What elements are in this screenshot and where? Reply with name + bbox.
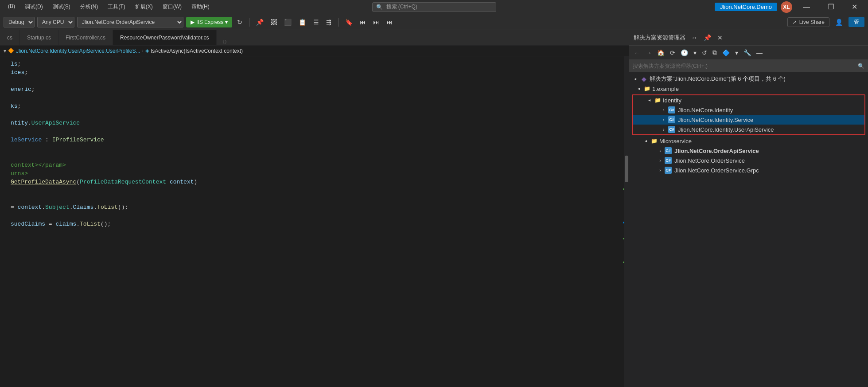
manage-button[interactable]: 管 [849,17,864,27]
vertical-scrollbar[interactable] [624,56,629,387]
tab-cs[interactable]: cs [0,30,20,45]
solution-tree: ▾ ◆ 解决方案"Jlion.NetCore.Demo"(第 6 个项目，共 6… [629,72,868,387]
menu-extensions[interactable]: 扩展(X) [131,1,157,12]
code-line-18: = context.Subject.Claims.ToList(); [4,203,619,211]
code-line-10: leService : IProfileService [4,136,619,144]
tree-solution-root[interactable]: ▾ ◆ 解决方案"Jlion.NetCore.Demo"(第 6 个项目，共 6… [629,74,868,84]
chevron-identity-proj: › [661,108,666,113]
tab-label-cs: cs [7,35,12,41]
code-editor[interactable]: ls; ices; eneric; ks; ntity.UserApiServi… [4,56,619,387]
menu-window[interactable]: 窗口(W) [158,1,186,12]
sol-refresh-icon[interactable]: ⟳ [668,48,677,57]
sol-forward-icon[interactable]: → [643,48,654,57]
sol-copy-icon[interactable]: ⧉ [710,48,719,57]
sol-home-icon[interactable]: 🏠 [655,48,667,57]
code-line-4: eneric; [4,85,619,94]
solution-vs-icon: ◆ [640,75,648,83]
toolbar-icon-4[interactable]: ☰ [311,17,321,27]
run-button[interactable]: ▶ IIS Express ▾ [186,17,232,27]
solution-toolbar: ← → 🏠 ⟳ 🕐 ▾ ↺ ⧉ 🔷 ▾ 🔧 — [629,46,868,60]
avatar[interactable]: XL [781,1,792,13]
tree-identity-service[interactable]: › C# Jlion.NetCore.Identity.Service [633,115,864,125]
tree-orderservice-grpc[interactable]: › C# Jlion.NetCore.OrderService.Grpc [629,165,868,175]
menu-help[interactable]: 帮助(H) [187,1,214,12]
tree-orderapiservice[interactable]: › C# Jlion.NetCore.OrderApiService [629,146,868,156]
platform-select[interactable]: Any CPU [37,17,74,27]
sol-clock-icon[interactable]: 🕐 [678,48,690,57]
screenshot-icon[interactable]: 🖼 [269,17,279,27]
sol-undo-icon[interactable]: ↺ [700,48,709,57]
folder-icon-identity: 📁 [654,97,661,104]
sol-back-icon[interactable]: ← [632,48,642,57]
menu-test[interactable]: 测试(S) [48,1,75,12]
global-search[interactable]: 🔍 搜索 (Ctrl+Q) [372,2,496,12]
tab-resourceowner[interactable]: ResourceOwnerPasswordValidator.cs [113,30,217,45]
tree-label-identity: Identity [663,97,681,104]
tree-microservice-folder[interactable]: ▾ 📁 Microservice [629,136,868,146]
sol-settings-icon[interactable]: ▾ [733,48,740,57]
tree-label-microservice: Microservice [659,138,692,145]
live-share-button[interactable]: ↗ Live Share [787,17,829,27]
menu-tools[interactable]: 工具(T) [103,1,129,12]
toolbar-icon-3[interactable]: 📋 [296,17,308,27]
sol-pin-icon[interactable]: 📌 [701,33,713,42]
toolbar-icon-2[interactable]: ⬛ [282,17,294,27]
breadcrumb-icon-2: ◈ [145,48,149,54]
tab-firstcontroller[interactable]: FirstController.cs [58,30,113,45]
tree-label-identity-service: Jlion.NetCore.Identity.Service [678,117,753,123]
tab-startup[interactable]: Startup.cs [20,30,58,45]
minimize-button[interactable]: — [796,1,817,13]
tree-identity-userapiservice[interactable]: › C# Jlion.NetCore.Identity.UserApiServi… [633,125,864,134]
sol-wrench-icon[interactable]: 🔧 [741,48,753,57]
chevron-solution: ▾ [633,76,638,82]
tree-orderservice[interactable]: › C# Jlion.NetCore.OrderService [629,156,868,165]
menu-b[interactable]: (B) [4,1,19,12]
refresh-icon[interactable]: ↻ [235,17,245,27]
tab-scroll-arrows[interactable]: 《》 [217,39,233,45]
toolbar: Debug Any CPU Jlion.NetCore.OrderApiServ… [0,14,868,30]
tree-1example[interactable]: ▾ 📁 1.example [629,84,868,94]
scrollbar-thumb[interactable] [625,156,628,182]
code-gutter [0,56,4,387]
solution-search[interactable]: 🔍 [629,60,868,72]
close-button[interactable]: ✕ [845,1,864,13]
breadcrumb-namespace[interactable]: Jlion.NetCore.Identity.UserApiService.Us… [16,48,140,54]
code-line-8: ntity.UserApiService [4,119,619,127]
debug-mode-select[interactable]: Debug [4,17,35,27]
account-icon[interactable]: 👤 [833,17,845,27]
code-line-20: suedClaims = claims.ToList(); [4,220,619,228]
nav-icon-3[interactable]: ⏭ [384,17,395,27]
solution-search-input[interactable] [633,63,855,69]
solution-search-icon: 🔍 [858,63,864,69]
sol-close-icon[interactable]: ✕ [715,33,725,42]
maximize-button[interactable]: ❐ [821,1,841,13]
title-center: 🔍 搜索 (Ctrl+Q) [372,2,496,12]
sol-more-icon[interactable]: ▾ [691,48,699,57]
code-line-15: GetProfileDataAsync(ProfileDataRequestCo… [4,178,619,186]
folder-icon-example: 📁 [643,85,650,92]
project-select[interactable]: Jlion.NetCore.OrderApiService [77,17,183,27]
code-line-16 [4,186,619,195]
pin-icon[interactable]: 📌 [254,17,266,27]
nav-icon-2[interactable]: ⏭ [371,17,381,27]
breadcrumb-dropdown[interactable]: ▾ [4,48,6,54]
chevron-example: ▾ [637,86,642,91]
sol-sync-icon[interactable]: ↔ [689,33,700,42]
nav-icon-1[interactable]: ⏮ [358,17,368,27]
bookmark-icon[interactable]: 🔖 [343,17,355,27]
tree-label-grpc: Jlion.NetCore.OrderService.Grpc [674,167,759,174]
share-icon: ↗ [792,19,797,25]
menu-analyze[interactable]: 分析(N) [76,1,103,12]
tab-bar: cs Startup.cs FirstController.cs Resourc… [0,30,629,46]
live-share-label: Live Share [799,19,825,25]
solution-header-icons: ↔ 📌 ✕ [689,33,725,42]
solution-header: 解决方案资源管理器 ↔ 📌 ✕ [629,30,868,46]
tree-identity-project[interactable]: › C# Jlion.NetCore.Identity [633,105,864,115]
chevron-microservice: ▾ [644,138,649,144]
toolbar-icon-5[interactable]: ⇶ [324,17,334,27]
menu-debug[interactable]: 调试(D) [20,1,47,12]
breadcrumb-method[interactable]: IsActiveAsync(IsActiveContext context) [151,48,243,54]
tree-identity-folder[interactable]: ▾ 📁 Identity [633,95,864,105]
sol-dash-icon[interactable]: — [754,48,765,57]
sol-filter-icon[interactable]: 🔷 [720,48,732,57]
